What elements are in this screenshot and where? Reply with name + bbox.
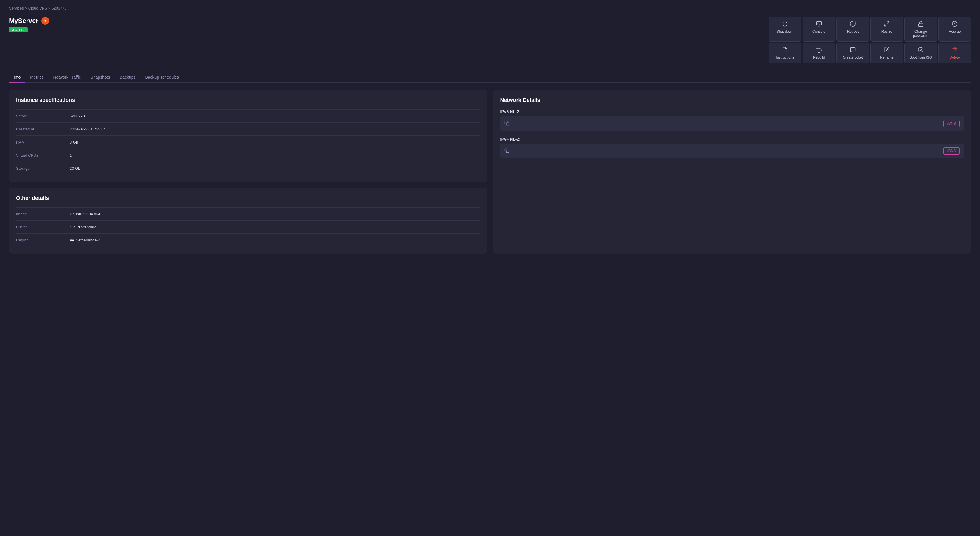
ipv6-label: IPv6 NL-2: (500, 109, 964, 114)
rescue-label: Rescue (949, 29, 961, 33)
spec-label-server-id: Server ID: (16, 114, 70, 118)
os-icon (41, 17, 49, 25)
spec-row-region: Region 🇳🇱 Netherlands-2 (16, 234, 480, 247)
spec-value-storage: 20 Gb (70, 166, 80, 171)
boot-from-iso-icon (918, 47, 924, 54)
spec-row-vcpus: Virtual CPUs 1 (16, 149, 480, 162)
delete-label: Delete (950, 56, 960, 60)
console-icon (816, 21, 822, 28)
spec-row-image: Image Ubuntu 22.04 x64 (16, 207, 480, 220)
rescue-icon (952, 21, 958, 28)
svg-line-4 (885, 24, 886, 26)
tab-info[interactable]: Info (9, 72, 25, 83)
spec-row-ram: RAM 3 Gb (16, 135, 480, 149)
main-content: Instance specifications Server ID: 52037… (9, 90, 971, 254)
ipv4-ip-row: rDNS (500, 144, 964, 158)
tab-snapshots[interactable]: Snapshots (86, 72, 115, 83)
ipv6-ip-row: rDNS (500, 116, 964, 131)
spec-value-image: Ubuntu 22.04 x64 (70, 212, 100, 216)
delete-icon (952, 47, 958, 54)
svg-point-9 (918, 47, 923, 52)
tab-backups[interactable]: Backups (115, 72, 140, 83)
page-wrapper: Services > Cloud VPS > 5203773 MyServer … (0, 0, 980, 536)
tabs-nav: Info Metrics Network Traffic Snapshots B… (9, 72, 971, 83)
breadcrumb: Services > Cloud VPS > 5203773 (9, 6, 971, 10)
rdns-ipv6-button[interactable]: rDNS (943, 120, 960, 127)
spec-value-ram: 3 Gb (70, 140, 78, 145)
resize-label: Resize (881, 29, 892, 33)
spec-value-server-id: 5203773 (70, 114, 85, 118)
spec-label-storage: Storage (16, 166, 70, 171)
boot-from-iso-button[interactable]: Boot from ISO (904, 43, 937, 64)
network-details-card: Network Details IPv6 NL-2: rDNS IPv4 NL-… (493, 90, 971, 254)
instance-specs-card: Instance specifications Server ID: 52037… (9, 90, 487, 182)
boot-from-iso-label: Boot from ISO (909, 56, 932, 60)
shut-down-button[interactable]: Shut down (768, 17, 801, 42)
header-row: MyServer ACTIVE (9, 17, 971, 64)
other-details-title: Other details (16, 195, 480, 201)
other-details-card: Other details Image Ubuntu 22.04 x64 Fla… (9, 188, 487, 254)
svg-point-10 (920, 49, 922, 51)
left-column: Instance specifications Server ID: 52037… (9, 90, 487, 254)
create-ticket-icon (850, 47, 856, 54)
change-password-button[interactable]: Change password (904, 17, 937, 42)
spec-value-vcpus: 1 (70, 153, 72, 157)
spec-value-region: 🇳🇱 Netherlands-2 (70, 238, 100, 242)
svg-rect-12 (506, 123, 509, 126)
copy-ipv6-icon[interactable] (504, 121, 509, 127)
rebuild-button[interactable]: Rebuild (802, 43, 835, 64)
reboot-icon (850, 21, 856, 28)
spec-row-server-id: Server ID: 5203773 (16, 109, 480, 122)
spec-value-flavor: Cloud Standard (70, 225, 97, 229)
console-button[interactable]: Console (802, 17, 835, 42)
rescue-button[interactable]: Rescue (938, 17, 971, 42)
network-details-title: Network Details (500, 97, 964, 103)
shut-down-label: Shut down (776, 29, 794, 33)
server-info: MyServer ACTIVE (9, 17, 49, 32)
spec-row-storage: Storage 20 Gb (16, 162, 480, 175)
change-password-icon (918, 21, 924, 28)
instructions-icon (782, 47, 788, 54)
server-name-row: MyServer (9, 17, 49, 25)
spec-label-ram: RAM (16, 140, 70, 145)
console-label: Console (812, 29, 826, 33)
ipv6-section: IPv6 NL-2: rDNS (500, 109, 964, 131)
create-ticket-label: Create ticket (843, 56, 863, 60)
rebuild-icon (816, 47, 822, 54)
delete-button[interactable]: Delete (938, 43, 971, 64)
resize-button[interactable]: Resize (870, 17, 903, 42)
svg-point-1 (45, 20, 46, 21)
tab-backup-schedules[interactable]: Backup schedules (140, 72, 184, 83)
spec-label-vcpus: Virtual CPUs (16, 153, 70, 157)
instructions-button[interactable]: Instructions (768, 43, 801, 64)
tab-network-traffic[interactable]: Network Traffic (48, 72, 86, 83)
rename-label: Rename (880, 56, 893, 60)
rdns-ipv4-button[interactable]: rDNS (943, 147, 960, 154)
spec-label-flavor: Flavor (16, 225, 70, 229)
region-flag: 🇳🇱 (70, 238, 76, 242)
spec-value-created-at: 2024-07-23 11:55:04 (70, 127, 106, 131)
spec-row-created-at: Created at 2024-07-23 11:55:04 (16, 122, 480, 135)
svg-rect-13 (506, 150, 509, 153)
svg-rect-5 (919, 24, 923, 26)
action-grid-row2: Instructions Rebuild (768, 43, 971, 64)
change-password-label: Change password (907, 29, 934, 38)
instance-specs-title: Instance specifications (16, 97, 480, 103)
instructions-label: Instructions (776, 56, 794, 60)
server-name: MyServer (9, 17, 38, 25)
svg-line-3 (888, 22, 889, 24)
rename-button[interactable]: Rename (870, 43, 903, 64)
status-badge: ACTIVE (9, 27, 28, 32)
spec-label-created-at: Created at (16, 127, 70, 131)
spec-label-image: Image (16, 212, 70, 216)
reboot-button[interactable]: Reboot (837, 17, 869, 42)
ipv4-label: IPv4 NL-2: (500, 137, 964, 142)
rebuild-label: Rebuild (813, 56, 825, 60)
tab-metrics[interactable]: Metrics (25, 72, 48, 83)
copy-ipv4-icon[interactable] (504, 148, 509, 154)
spec-row-flavor: Flavor Cloud Standard (16, 220, 480, 234)
create-ticket-button[interactable]: Create ticket (837, 43, 869, 64)
rename-icon (884, 47, 890, 54)
ipv4-section: IPv4 NL-2: rDNS (500, 137, 964, 158)
action-grid-row1: Shut down Console (768, 17, 971, 42)
